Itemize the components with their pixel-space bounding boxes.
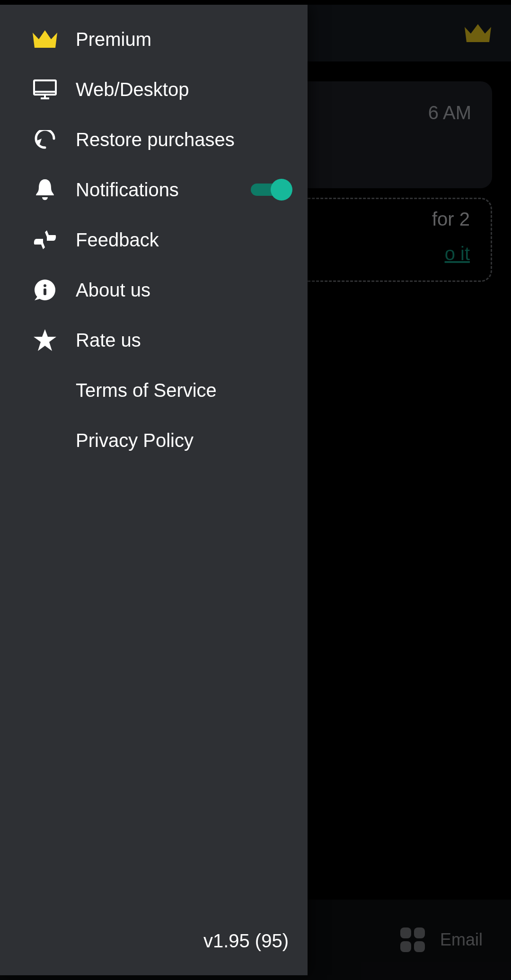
- nav-item-about-us[interactable]: About us: [0, 265, 308, 315]
- nav-item-label: Restore purchases: [76, 129, 293, 150]
- nav-drawer: Premium Web/Desktop: [0, 5, 308, 975]
- nav-item-restore-purchases[interactable]: Restore purchases: [0, 114, 308, 165]
- nav-item-label: Premium: [76, 29, 293, 50]
- notifications-toggle[interactable]: [251, 184, 284, 196]
- nav-item-label: Rate us: [76, 330, 293, 351]
- nav-item-premium[interactable]: Premium: [0, 14, 308, 64]
- nav-item-label: Feedback: [76, 229, 293, 251]
- restore-icon: [14, 130, 76, 149]
- nav-item-label: About us: [76, 280, 293, 301]
- crown-icon: [14, 30, 76, 49]
- nav-item-label: Terms of Service: [76, 380, 293, 401]
- bell-icon: [14, 178, 76, 201]
- nav-item-web-desktop[interactable]: Web/Desktop: [0, 64, 308, 114]
- svg-rect-6: [44, 289, 46, 295]
- svg-point-5: [44, 284, 46, 287]
- nav-item-feedback[interactable]: Feedback: [0, 215, 308, 265]
- monitor-icon: [14, 79, 76, 99]
- nav-item-label: Web/Desktop: [76, 79, 293, 100]
- nav-item-label: Notifications: [76, 179, 251, 201]
- nav-item-label: Privacy Policy: [76, 430, 293, 451]
- info-icon: [14, 280, 76, 300]
- thumbs-icon: [14, 230, 76, 249]
- version-label: v1.95 (95): [0, 930, 308, 975]
- nav-item-notifications[interactable]: Notifications: [0, 165, 308, 215]
- nav-item-rate-us[interactable]: Rate us: [0, 315, 308, 365]
- star-icon: [14, 329, 76, 351]
- nav-item-privacy[interactable]: Privacy Policy: [0, 415, 308, 465]
- nav-item-terms[interactable]: Terms of Service: [0, 365, 308, 415]
